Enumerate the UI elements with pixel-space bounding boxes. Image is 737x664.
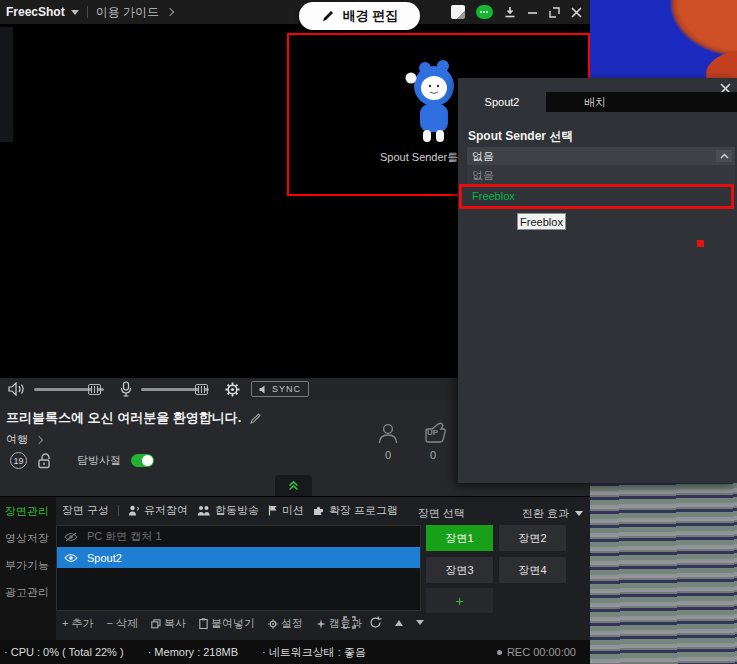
desktop-wallpaper-bottom [590,483,737,664]
flag-icon [268,505,278,516]
tool-extension-program[interactable]: 확장 프로그램 [313,503,398,518]
eye-icon[interactable] [64,553,78,563]
spout-sender-dropdown[interactable]: 없음 [467,147,735,165]
tab-layout[interactable]: 배치 [546,92,644,112]
double-chevron-up-icon [287,479,300,492]
puzzle-icon [313,505,325,516]
paste-source-button[interactable]: 붙여넣기 [199,616,255,631]
people-icon [197,505,211,516]
scene-compose-header: 장면 구성 유저참여 합동방송 [62,503,398,518]
sidebar-item-ads[interactable]: 광고관리 [0,585,56,600]
tool-label: 미션 [282,503,304,518]
app-menu-caret-icon[interactable] [71,10,79,15]
mascot-character [405,58,463,150]
gear-icon[interactable] [225,382,240,397]
compose-title: 장면 구성 [62,503,109,518]
viewer-person-icon [377,422,399,445]
scene-sidebar: 장면관리 영상저장 부가기능 광고관리 [0,497,56,641]
sync-label: SYNC [272,384,301,394]
copy-source-button[interactable]: 복사 [151,616,186,631]
memo-icon[interactable] [451,5,465,19]
delete-source-button[interactable]: − 삭제 [106,616,137,631]
transition-caret-icon [575,511,583,516]
transition-effect-dropdown[interactable]: 전환 효과 [522,506,583,521]
source-order-toolbar [343,616,424,629]
visit-block-label: 탐방사절 [77,453,121,468]
speaker-icon[interactable] [8,382,26,396]
status-bar: · CPU : 0% ( Total 22% ) · Memory : 218M… [0,640,590,664]
mic-volume-slider[interactable] [141,388,209,391]
chevron-up-icon [720,153,729,159]
move-up-icon[interactable] [395,620,403,626]
sidebar-item-extras[interactable]: 부가기능 [0,558,56,573]
viewer-count: 0 [370,449,406,461]
scene-button-4[interactable]: 장면4 [499,557,566,583]
tool-joint-broadcast[interactable]: 합동방송 [197,503,259,518]
sparkle-icon [316,619,326,629]
dropdown-option-none[interactable]: 없음 [467,165,735,185]
expand-panel-button[interactable] [275,475,312,496]
sync-speaker-icon [259,385,268,394]
tab-spout2[interactable]: Spout2 [458,92,546,112]
scene-management-panel: 장면관리 영상저장 부가기능 광고관리 장면 구성 유저참여 [0,496,590,640]
clipboard-icon [199,618,208,629]
scene-button-1[interactable]: 장면1 [426,525,493,551]
broadcast-title-row: 프리블록스에 오신 여러분을 환영합니다. [6,409,262,427]
sidebar-item-video-save[interactable]: 영상저장 [0,531,56,546]
mic-icon[interactable] [120,381,132,397]
minimize-icon[interactable] [527,7,538,18]
guide-menu[interactable]: 이용 가이드 [96,4,159,21]
speaker-volume-slider[interactable] [34,388,104,391]
tool-label: 유저참여 [144,503,188,518]
refresh-icon[interactable] [369,616,382,629]
tool-mission[interactable]: 미션 [268,503,304,518]
fullscreen-icon[interactable] [343,616,356,629]
tool-label: 확장 프로그램 [329,503,398,518]
background-edit-button[interactable]: 배경 편집 [299,2,420,30]
chevron-right-icon [35,435,43,443]
gear-small-icon [268,619,278,629]
chevron-up-box[interactable] [716,150,732,162]
title-bar: FreecShot 이용 가이드 [0,0,590,24]
scene-button-3[interactable]: 장면3 [426,557,493,583]
move-down-icon[interactable] [416,620,424,625]
age-19-badge: 19 [10,452,27,469]
chat-icon[interactable] [476,5,493,19]
source-name: PC 화면 캡처 1 [87,529,162,544]
background-edit-label: 배경 편집 [343,7,399,25]
maximize-icon[interactable] [549,7,560,18]
dropdown-value: 없음 [472,149,494,164]
up-count: 0 [415,449,451,461]
source-settings-button[interactable]: 설정 [268,616,303,631]
category-selector[interactable]: 여행 [6,432,42,447]
unlock-icon[interactable] [37,452,53,469]
speaker-volume-handle[interactable] [88,384,101,395]
tool-user-participation[interactable]: 유저참여 [128,503,188,518]
sync-button[interactable]: SYNC [251,381,309,397]
add-scene-button[interactable]: + [426,588,493,613]
freeblox-tooltip: Freeblox [517,213,566,230]
viewer-stat: 0 [370,422,406,461]
eye-off-icon[interactable] [64,532,78,542]
scene-button-2[interactable]: 장면2 [499,525,566,551]
sidebar-item-scene-manage[interactable]: 장면관리 [0,504,56,519]
broadcast-flags-row: 19 탐방사절 [10,452,154,469]
titlebar-divider [87,6,88,18]
header-divider [118,505,119,516]
up-stat: UP 0 [415,422,451,461]
source-row-pc-capture[interactable]: PC 화면 캡처 1 [57,526,420,547]
up-letters: UP [427,428,438,437]
mic-volume-handle[interactable] [195,384,208,395]
action-label: 복사 [164,616,186,631]
action-label: 붙여넣기 [211,616,255,631]
update-icon[interactable] [504,6,516,19]
edit-title-pencil-icon[interactable] [249,412,262,425]
source-row-spout2[interactable]: Spout2 [57,547,420,568]
copy-icon [151,619,161,629]
close-icon[interactable] [571,7,582,18]
cpu-status: · CPU : 0% ( Total 22% ) [4,646,124,658]
source-actions-toolbar: + 추가 − 삭제 복사 붙여넣기 [62,616,362,631]
visit-block-toggle[interactable] [131,454,154,467]
source-list: PC 화면 캡처 1 Spout2 [56,525,421,611]
add-source-button[interactable]: + 추가 [62,616,93,631]
